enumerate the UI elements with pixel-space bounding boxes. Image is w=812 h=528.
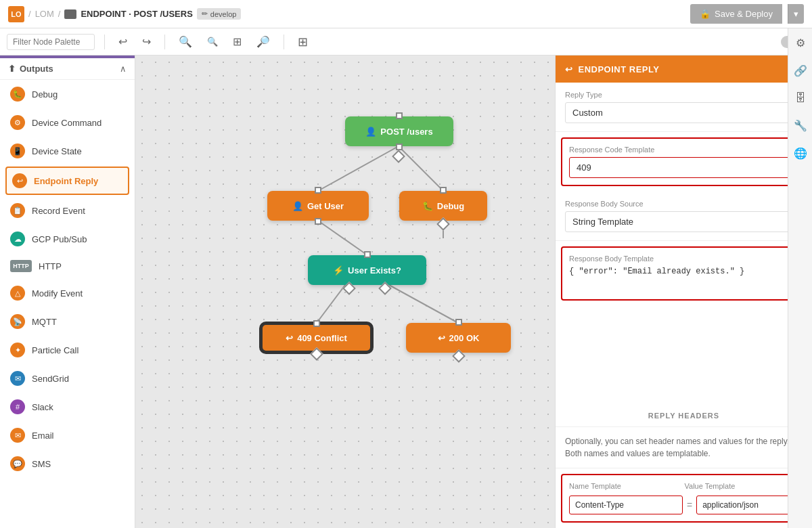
reply-headers-description: Optionally, you can set header names and…: [565, 435, 803, 460]
sidebar-item-label-mqtt: MQTT: [32, 317, 57, 327]
zoom-in-button[interactable]: 🔍: [175, 32, 196, 51]
tools-icon[interactable]: 🔧: [791, 116, 810, 135]
node-409-conflict[interactable]: ↩ 409 Conflict: [261, 323, 372, 353]
sidebar-item-label-email: Email: [32, 431, 54, 441]
undo-button[interactable]: ↩: [114, 32, 131, 51]
sidebar-item-http[interactable]: HTTP HTTP: [0, 253, 135, 279]
particle-call-icon: ✦: [10, 343, 25, 357]
port-409-top: [313, 320, 320, 327]
save-deploy-button[interactable]: 🔒 Save & Deploy: [690, 4, 782, 24]
reply-header-icon: ↩: [565, 64, 573, 74]
add-node-button[interactable]: ⊞: [294, 32, 312, 52]
branch-tag[interactable]: ✏ develop: [197, 8, 242, 20]
diamond-user-exists-right: [378, 282, 392, 295]
sidebar-item-record-event[interactable]: 📋 Record Event: [0, 196, 135, 225]
panel-spacer: [556, 306, 812, 405]
http-icon: HTTP: [10, 260, 32, 272]
sidebar-item-slack[interactable]: # Slack: [0, 393, 135, 421]
header-row-section: Name Template Value Template = −: [561, 474, 807, 523]
response-body-template-section: Response Body Template { "error": "Email…: [561, 246, 807, 301]
reply-headers-desc-section: Optionally, you can set header names and…: [556, 427, 812, 468]
header-name-input[interactable]: [569, 496, 683, 514]
port-200-top: [455, 319, 462, 326]
sidebar-item-label-particle-call: Particle Call: [32, 345, 78, 355]
sep2: /: [58, 9, 61, 19]
sidebar-items-list: 🐛 Debug ⚙ Device Command 📱 Device State …: [0, 80, 135, 528]
redo-button[interactable]: ↪: [138, 32, 155, 51]
diamond-200: [452, 349, 466, 363]
filter-input[interactable]: [7, 34, 95, 50]
conflict-icon: ↩: [286, 333, 293, 343]
database-icon[interactable]: 🗄: [792, 89, 809, 107]
sidebar-item-email[interactable]: ✉ Email: [0, 421, 135, 449]
workflow-canvas[interactable]: 👤 POST /users 👤 Get User 🐛 Debug ⚡ User: [135, 56, 555, 528]
mqtt-icon: 📡: [10, 314, 25, 329]
link-icon[interactable]: 🔗: [791, 62, 810, 80]
sidebar-item-label-debug: Debug: [32, 89, 58, 100]
response-code-input[interactable]: [569, 157, 798, 178]
node-debug[interactable]: 🐛 Debug: [399, 191, 487, 221]
page-title: ENDPOINT · POST /USERS: [81, 9, 192, 19]
sidebar-item-gcp-pubsub[interactable]: ☁ GCP Pub/Sub: [0, 225, 135, 253]
node-post-users[interactable]: 👤 POST /users: [345, 116, 453, 146]
node-200-ok[interactable]: ↩ 200 OK: [406, 323, 511, 353]
reply-headers-title: REPLY HEADERS: [565, 412, 803, 420]
svg-line-1: [399, 146, 443, 191]
sidebar-item-device-state[interactable]: 📱 Device State: [0, 137, 135, 165]
sidebar-item-label-http: HTTP: [39, 261, 62, 271]
right-panel-title: ↩ ENDPOINT REPLY: [565, 64, 659, 74]
sidebar-item-label-modify-event: Modify Event: [32, 288, 83, 299]
sidebar-item-modify-event[interactable]: △ Modify Event: [0, 279, 135, 307]
ok-icon: ↩: [438, 333, 445, 343]
svg-line-4: [389, 285, 458, 323]
right-panel-header: ↩ ENDPOINT REPLY ?: [556, 56, 812, 83]
email-icon: ✉: [10, 428, 25, 443]
sidebar-item-label-device-command: Device Command: [32, 118, 102, 128]
slack-icon: #: [10, 399, 25, 414]
reply-type-select[interactable]: Custom Default: [565, 102, 803, 123]
sidebar-item-sms[interactable]: 💬 SMS: [0, 449, 135, 478]
search-button[interactable]: 🔎: [252, 32, 274, 51]
port-get-user-top: [315, 187, 321, 194]
sidebar-item-mqtt[interactable]: 📡 MQTT: [0, 307, 135, 336]
sidebar-header-title: ⬆ Outputs: [8, 64, 53, 74]
sidebar-item-debug[interactable]: 🐛 Debug: [0, 80, 135, 108]
save-deploy-dropdown[interactable]: ▾: [788, 4, 804, 24]
value-template-label: Value Template: [685, 482, 777, 490]
name-template-label: Name Template: [569, 482, 662, 490]
port-bottom: [396, 144, 403, 150]
diamond-debug: [436, 217, 450, 231]
debug-icon: 🐛: [10, 87, 25, 102]
device-command-icon: ⚙: [10, 115, 25, 130]
sidebar-item-label-sendgrid: SendGrid: [32, 374, 69, 384]
right-side-icons-panel: ⚙ 🔗 🗄 🔧 🌐: [788, 28, 812, 528]
sep1: /: [28, 9, 31, 19]
response-code-section: Response Code Template: [561, 137, 807, 186]
sidebar-item-label-record-event: Record Event: [32, 206, 85, 216]
svg-line-0: [318, 146, 399, 191]
node-get-user[interactable]: 👤 Get User: [267, 191, 369, 221]
sidebar-item-endpoint-reply[interactable]: ↩ Endpoint Reply: [5, 167, 129, 195]
zoom-out-button[interactable]: 🔍: [203, 34, 222, 49]
sidebar-item-particle-call[interactable]: ✦ Particle Call: [0, 336, 135, 364]
device-state-icon: 📱: [10, 144, 25, 158]
response-body-source-select[interactable]: String Template Payload Path: [565, 211, 803, 232]
globe-icon[interactable]: 🌐: [791, 144, 810, 162]
header-equals: =: [687, 500, 692, 510]
port-debug-top: [440, 187, 447, 194]
diamond-post: [392, 150, 405, 163]
fit-button[interactable]: ⊞: [229, 32, 246, 51]
top-bar-actions: 🔒 Save & Deploy ▾: [690, 4, 804, 24]
node-user-exists[interactable]: ⚡ User Exists?: [308, 255, 426, 285]
user-exists-icon: ⚡: [333, 265, 344, 276]
sidebar-item-sendgrid[interactable]: ✉ SendGrid: [0, 364, 135, 393]
sidebar-header: ⬆ Outputs ∧: [0, 58, 135, 80]
sidebar-item-device-command[interactable]: ⚙ Device Command: [0, 108, 135, 137]
settings-icon[interactable]: ⚙: [793, 34, 808, 52]
response-body-template-value: { "error": "Email already exists." }: [569, 267, 798, 276]
node-user-exists-label: User Exists?: [348, 265, 401, 276]
record-event-icon: 📋: [10, 203, 25, 218]
sidebar-item-label-slack: Slack: [32, 402, 53, 412]
sidebar-collapse-button[interactable]: ∧: [120, 64, 127, 74]
reply-type-section: Reply Type Custom Default: [556, 83, 812, 132]
